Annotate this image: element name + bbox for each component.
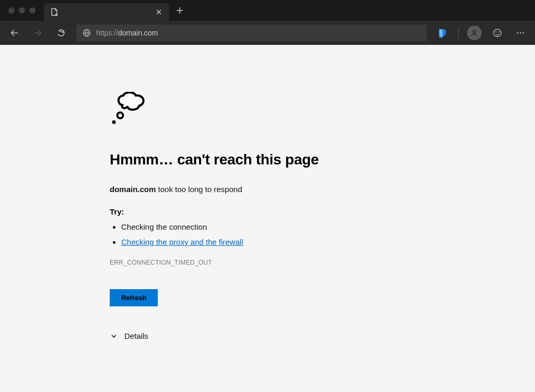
window-close-dot[interactable] bbox=[8, 7, 15, 14]
window-maximize-dot[interactable] bbox=[29, 7, 36, 14]
new-tab-button[interactable] bbox=[172, 3, 187, 18]
svg-point-19 bbox=[118, 113, 123, 118]
profile-avatar[interactable] bbox=[467, 26, 482, 40]
error-lead-domain: domain.com bbox=[110, 185, 156, 194]
error-lead: domain.com took too long to respond bbox=[110, 185, 423, 194]
forward-button bbox=[30, 26, 45, 40]
toolbar: https://domain.com bbox=[0, 21, 535, 45]
back-button[interactable] bbox=[7, 26, 22, 40]
toolbar-right bbox=[435, 26, 528, 40]
svg-point-16 bbox=[517, 32, 518, 34]
refresh-button[interactable] bbox=[53, 26, 68, 40]
url-protocol: https:// bbox=[96, 29, 118, 37]
feedback-icon[interactable] bbox=[490, 26, 505, 40]
url-text: https://domain.com bbox=[96, 29, 158, 37]
try-item-connection: Checking the connection bbox=[121, 222, 423, 231]
svg-point-18 bbox=[522, 32, 524, 34]
details-toggle[interactable]: Details bbox=[110, 331, 423, 340]
error-title: Hmmm… can't reach this page bbox=[110, 151, 423, 168]
refresh-page-button[interactable]: Refresh bbox=[110, 289, 158, 306]
thought-bubble-icon bbox=[110, 92, 423, 130]
chevron-down-icon bbox=[110, 332, 118, 340]
error-code: ERR_CONNECTION_TIMED_OUT bbox=[110, 259, 423, 266]
window-controls bbox=[0, 7, 44, 14]
svg-point-12 bbox=[473, 30, 476, 33]
address-bar[interactable]: https://domain.com bbox=[76, 25, 427, 41]
tracking-prevention-icon[interactable] bbox=[435, 26, 450, 40]
browser-tab[interactable] bbox=[44, 3, 169, 21]
try-item-proxy: Checking the proxy and the firewall bbox=[121, 237, 423, 246]
globe-icon bbox=[83, 29, 91, 37]
try-list: Checking the connection Checking the pro… bbox=[110, 222, 423, 246]
titlebar bbox=[0, 0, 535, 21]
proxy-firewall-link[interactable]: Checking the proxy and the firewall bbox=[121, 237, 243, 246]
more-menu-icon[interactable] bbox=[513, 26, 528, 40]
url-domain: domain.com bbox=[118, 29, 158, 37]
svg-point-13 bbox=[494, 29, 501, 37]
tab-error-page-icon bbox=[50, 8, 59, 16]
window-minimize-dot[interactable] bbox=[19, 7, 25, 14]
svg-point-20 bbox=[112, 121, 116, 124]
try-label: Try: bbox=[110, 207, 423, 216]
details-label: Details bbox=[124, 331, 148, 340]
tab-close-icon[interactable] bbox=[155, 8, 163, 16]
toolbar-divider bbox=[458, 27, 459, 39]
svg-point-17 bbox=[520, 32, 521, 34]
error-lead-text: took too long to respond bbox=[156, 185, 242, 194]
svg-point-15 bbox=[498, 32, 499, 32]
page-content: Hmmm… can't reach this page domain.com t… bbox=[0, 45, 535, 392]
svg-point-14 bbox=[496, 32, 496, 32]
